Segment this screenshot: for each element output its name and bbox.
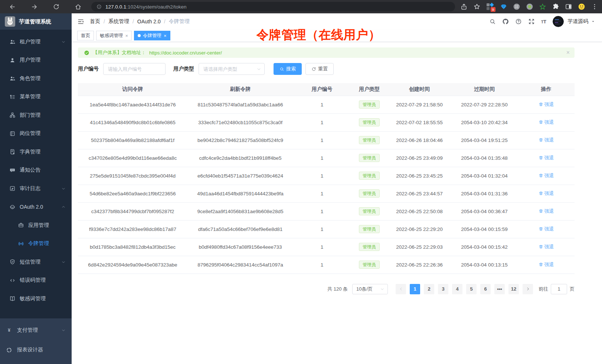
tab-close-icon[interactable]: × [125, 33, 128, 38]
access-token-cell: 41c41346a548490f9dc8b01c6bfe0865 [78, 113, 187, 131]
sidebar-item-1[interactable]: 用户管理 [0, 51, 72, 70]
sidebar-item-5[interactable]: 岗位管理 [0, 125, 72, 143]
force-logout-button[interactable]: 强退 [539, 119, 554, 126]
action-cell: 强退 [518, 185, 575, 202]
action-cell: 强退 [518, 167, 575, 185]
reset-button[interactable]: 重置 [305, 63, 334, 75]
browser-forward-icon[interactable] [31, 3, 38, 10]
expire-time-cell: 2054-03-10 20:42:34 [451, 113, 518, 131]
browser-toolbar: 127.0.0.1:1024/system/oauth2/token 9 [0, 0, 602, 13]
side-panel-icon[interactable] [565, 3, 572, 10]
browser-menu-icon[interactable] [591, 3, 598, 10]
action-cell: 强退 [518, 96, 575, 113]
sidebar-item-8[interactable]: 审计日志 [0, 179, 72, 198]
help-icon[interactable] [515, 18, 522, 25]
sidebar-item-0[interactable]: 租户管理 [0, 33, 72, 51]
user-icon [9, 57, 16, 63]
table-header-row: 访问令牌刷新令牌用户编号用户类型创建时间过期时间操作 [78, 83, 575, 96]
access-token-cell: 1ea5e44f8bc1467aaede43144f31de76 [78, 96, 187, 113]
user-caret-icon[interactable] [591, 19, 595, 24]
fullscreen-icon[interactable] [528, 18, 535, 25]
force-logout-button[interactable]: 强退 [539, 208, 554, 215]
browser-reload-icon[interactable] [53, 3, 60, 10]
prev-page-button[interactable] [396, 284, 406, 294]
force-logout-button[interactable]: 强退 [539, 261, 554, 268]
app-logo[interactable]: 芋道管理系统 [0, 13, 72, 30]
github-icon[interactable] [502, 18, 509, 25]
font-size-icon[interactable]: TT [541, 19, 546, 24]
search-icon[interactable] [489, 18, 496, 25]
access-token-cell: c342377bf8b344799dcbf7bf095287f2 [78, 202, 187, 220]
doc-link[interactable]: https://doc.iocoder.cn/user-center/ [149, 50, 222, 56]
trash-icon [539, 209, 543, 214]
extension-grid-icon[interactable]: 9 [486, 3, 494, 11]
user-id-cell: 1 [293, 220, 351, 238]
tab-close-icon[interactable]: × [164, 33, 167, 38]
user-avatar[interactable] [553, 16, 564, 27]
force-logout-button[interactable]: 强退 [539, 155, 554, 161]
force-logout-button[interactable]: 强退 [539, 137, 554, 143]
tab-2[interactable]: 令牌管理× [134, 31, 170, 40]
user-type-cell: 管理员 [351, 113, 388, 131]
next-page-button[interactable] [523, 284, 533, 294]
site-info-icon[interactable] [96, 4, 102, 9]
refresh-token-cell: 9ce8ef2aa9f14056b831ae9b608e28d5 [187, 202, 293, 220]
page-more-button[interactable]: ••• [494, 284, 505, 294]
browser-back-icon[interactable] [9, 3, 16, 10]
page-size-select[interactable]: 10条/页 [352, 284, 388, 294]
sidebar-item-2[interactable]: 角色管理 [0, 69, 72, 88]
force-logout-button[interactable]: 强退 [539, 244, 554, 250]
column-header-4: 创建时间 [388, 83, 451, 96]
sidebar-item-11[interactable]: 令牌管理 [0, 235, 72, 253]
bookmark-star-icon[interactable] [473, 3, 481, 10]
sidebar-item-4[interactable]: 部门管理 [0, 106, 72, 125]
share-icon[interactable] [460, 3, 468, 10]
pentagram-extension-icon[interactable] [539, 3, 546, 10]
collapse-sidebar-icon[interactable] [77, 18, 84, 25]
goto-page-input[interactable] [551, 284, 567, 294]
green-dot-extension-icon[interactable] [526, 3, 533, 10]
page-button-6[interactable]: 6 [480, 284, 491, 294]
page-button-1[interactable]: 1 [410, 284, 420, 294]
force-logout-button[interactable]: 强退 [539, 101, 554, 108]
user-type-select[interactable] [199, 63, 265, 75]
extensions-puzzle-icon[interactable] [552, 3, 559, 10]
force-logout-button[interactable]: 强退 [539, 190, 554, 197]
force-logout-button[interactable]: 强退 [539, 172, 554, 179]
sidebar-item-16[interactable]: 报表设计器 [0, 340, 72, 360]
breadcrumb-oauth[interactable]: OAuth 2.0 [137, 19, 161, 24]
page-button-3[interactable]: 3 [438, 284, 448, 294]
sidebar-item-3[interactable]: 菜单管理 [0, 88, 72, 106]
sidebar-item-13[interactable]: 错误码管理 [0, 271, 72, 290]
page-button-4[interactable]: 4 [452, 284, 462, 294]
gem-extension-icon[interactable] [500, 3, 507, 10]
browser-home-icon[interactable] [75, 3, 82, 10]
url-bar[interactable]: 127.0.0.1:1024/system/oauth2/token [91, 2, 455, 11]
sidebar-item-15[interactable]: ¥支付管理 [0, 321, 72, 340]
extension-badge: 9 [491, 7, 495, 12]
breadcrumb-system[interactable]: 系统管理 [108, 18, 129, 25]
page-button-5[interactable]: 5 [466, 284, 477, 294]
sidebar-item-10[interactable]: 应用管理 [0, 216, 72, 235]
sidebar-item-14[interactable]: 敏感词管理 [0, 289, 72, 308]
chevron-up-icon [61, 205, 66, 209]
page-button-12[interactable]: 12 [508, 284, 519, 294]
sidebar-item-7[interactable]: 通知公告 [0, 161, 72, 180]
chevron-down-icon [61, 260, 66, 264]
breadcrumb-home[interactable]: 首页 [90, 18, 100, 25]
user-name[interactable]: 芋道源码 [567, 18, 588, 25]
alert-close-icon[interactable]: × [566, 50, 570, 56]
user-id-input[interactable] [103, 63, 166, 75]
user-type-cell: 管理员 [351, 96, 388, 113]
tab-1[interactable]: 敏感词管理× [96, 31, 132, 40]
page-button-2[interactable]: 2 [424, 284, 434, 294]
user-type-cell: 管理员 [351, 149, 388, 167]
search-button[interactable]: 搜索 [274, 63, 302, 75]
gray-circle-extension-icon[interactable] [513, 3, 520, 10]
tab-0[interactable]: 首页 [77, 31, 94, 40]
force-logout-button[interactable]: 强退 [539, 226, 554, 232]
profile-avatar-icon[interactable] [578, 3, 585, 10]
sidebar-item-12[interactable]: 短信管理 [0, 253, 72, 271]
sidebar-item-6[interactable]: 字典管理 [0, 143, 72, 161]
sidebar-item-9[interactable]: OAuth 2.0 [0, 198, 72, 216]
